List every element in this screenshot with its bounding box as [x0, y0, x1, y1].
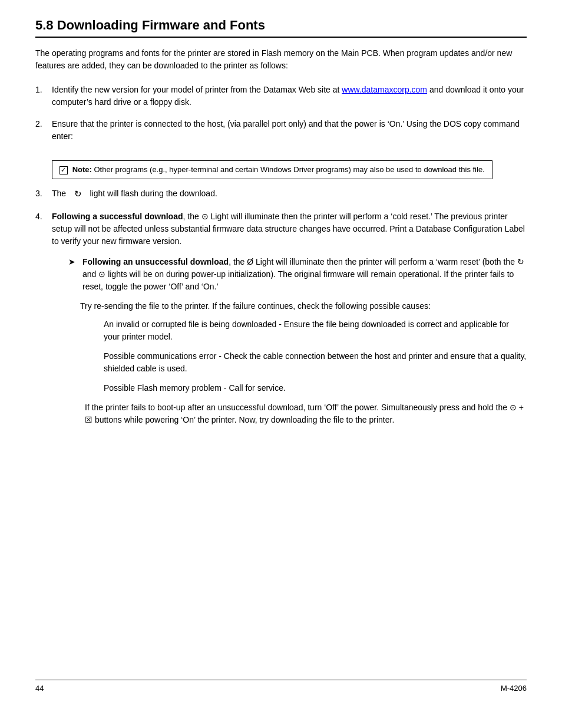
step-content-2: Ensure that the printer is connected to … — [52, 118, 527, 143]
datamax-link[interactable]: www.datamaxcorp.com — [342, 85, 427, 94]
checkbox-icon — [59, 166, 68, 174]
footer: 44 M-4206 — [35, 680, 527, 693]
step1-text-before: Identify the new version for your model … — [52, 85, 342, 94]
retry-text: Try re-sending the file to the printer. … — [80, 300, 527, 312]
boot-fail-text: If the printer fails to boot-up after an… — [85, 401, 527, 426]
note-text: Other programs (e.g., hyper-terminal and… — [92, 165, 485, 174]
step3-text-after: light will flash during the download. — [90, 189, 217, 198]
causes-list: An invalid or corrupted file is being do… — [104, 318, 527, 394]
note-box: Note: Other programs (e.g., hyper-termin… — [52, 160, 492, 179]
numbered-list-2: 3. The ↻ light will flash during the dow… — [35, 187, 527, 434]
unsuccessful-text: Following an unsuccessful download, the … — [82, 256, 527, 293]
unsuccessful-section: ➤ Following an unsuccessful download, th… — [68, 256, 527, 426]
step-content-1: Identify the new version for your model … — [52, 84, 527, 108]
note-label: Note: — [72, 165, 92, 174]
step-number-4: 4. — [35, 210, 52, 223]
step4-bold: Following a successful download — [52, 212, 183, 221]
page: 5.8 Downloading Firmware and Fonts The o… — [0, 0, 562, 728]
section-title: 5.8 Downloading Firmware and Fonts — [35, 18, 527, 38]
list-item-4: 4. Following a successful download, the … — [35, 210, 527, 434]
power-icon-3: ↻ — [74, 187, 82, 201]
cause-1: An invalid or corrupted file is being do… — [104, 318, 527, 343]
cause-3: Possible Flash memory problem - Call for… — [104, 382, 527, 394]
step-number-3: 3. — [35, 187, 52, 200]
footer-page-number: 44 — [35, 684, 44, 693]
step-number-2: 2. — [35, 118, 52, 130]
step-content-3: The ↻ light will flash during the downlo… — [52, 187, 527, 201]
bullet-arrow: ➤ Following an unsuccessful download, th… — [68, 256, 527, 293]
unsuccessful-bold: Following an unsuccessful download — [82, 257, 229, 266]
step3-text-before: The — [52, 189, 66, 198]
step-number-1: 1. — [35, 84, 52, 96]
numbered-list: 1. Identify the new version for your mod… — [35, 84, 527, 143]
list-item-2: 2. Ensure that the printer is connected … — [35, 118, 527, 143]
intro-text: The operating programs and fonts for the… — [35, 47, 527, 72]
cause-2: Possible communications error - Check th… — [104, 350, 527, 375]
step-content-4: Following a successful download, the ⊙ L… — [52, 210, 527, 434]
list-item-3: 3. The ↻ light will flash during the dow… — [35, 187, 527, 201]
footer-model: M-4206 — [501, 684, 527, 693]
arrow-char: ➤ — [68, 256, 80, 268]
list-item-1: 1. Identify the new version for your mod… — [35, 84, 527, 108]
